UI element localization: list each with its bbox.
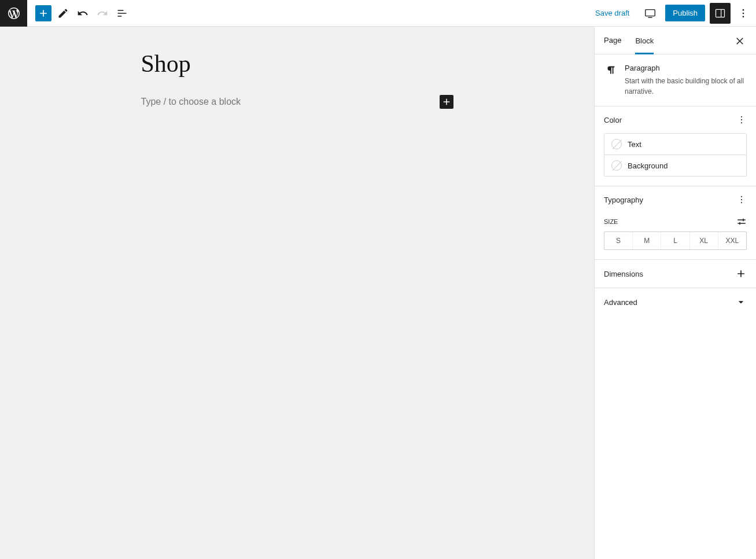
panel-color-title: Color — [604, 116, 622, 124]
size-s[interactable]: S — [604, 232, 632, 249]
paragraph-icon — [604, 64, 617, 97]
toolbar-left — [27, 5, 130, 21]
settings-sidebar-toggle[interactable] — [710, 3, 731, 24]
size-segments: S M L XL XXL — [604, 231, 747, 250]
panel-typography: Typography Size S M L XL XXL — [595, 186, 756, 260]
block-row: Type / to choose a block — [141, 95, 453, 109]
add-block-button[interactable] — [35, 5, 51, 21]
tools-button[interactable] — [55, 5, 71, 21]
redo-button — [94, 5, 110, 21]
panel-typography-title: Typography — [604, 196, 643, 204]
svg-point-7 — [741, 119, 742, 120]
svg-point-3 — [743, 9, 744, 10]
svg-point-5 — [743, 16, 744, 17]
panel-typography-header[interactable]: Typography — [595, 186, 756, 213]
color-background-label: Background — [628, 161, 668, 170]
tab-page[interactable]: Page — [604, 27, 621, 54]
settings-sidebar: Page Block Paragraph Start with the basi… — [594, 27, 756, 559]
svg-point-8 — [741, 122, 742, 123]
block-info-title: Paragraph — [625, 64, 747, 72]
svg-point-6 — [741, 116, 742, 117]
custom-size-icon[interactable] — [736, 216, 747, 227]
size-xxl[interactable]: XXL — [718, 232, 746, 249]
wordpress-logo[interactable] — [0, 0, 27, 27]
tab-block[interactable]: Block — [635, 27, 654, 54]
panel-typography-body: Size S M L XL XXL — [595, 216, 756, 259]
editor-content: Shop Type / to choose a block — [141, 50, 453, 559]
panel-color-header[interactable]: Color — [595, 106, 756, 133]
preview-button[interactable] — [640, 3, 661, 24]
panel-dimensions[interactable]: Dimensions — [595, 260, 756, 288]
text-color-swatch — [611, 139, 622, 149]
panel-advanced[interactable]: Advanced — [595, 288, 756, 316]
page-title[interactable]: Shop — [141, 50, 453, 78]
undo-button[interactable] — [75, 5, 91, 21]
panel-more-icon[interactable] — [736, 194, 747, 205]
svg-rect-1 — [716, 9, 725, 17]
size-label: Size — [604, 218, 618, 225]
block-info: Paragraph Start with the basic building … — [595, 54, 756, 106]
close-sidebar-button[interactable] — [733, 34, 747, 47]
more-options-button[interactable] — [735, 5, 751, 21]
svg-point-10 — [741, 199, 742, 200]
top-toolbar: Save draft Publish — [0, 0, 756, 27]
publish-button[interactable]: Publish — [665, 5, 705, 21]
plus-icon — [735, 268, 747, 280]
panel-color: Color Text Background — [595, 106, 756, 186]
panel-advanced-title: Advanced — [604, 298, 637, 307]
svg-point-9 — [741, 196, 742, 197]
document-overview-button[interactable] — [114, 5, 130, 21]
panel-dimensions-title: Dimensions — [604, 270, 643, 278]
background-color-swatch — [611, 160, 622, 171]
size-label-row: Size — [604, 216, 747, 227]
toolbar-right: Save draft Publish — [589, 3, 756, 24]
color-text-row[interactable]: Text — [604, 133, 747, 155]
inline-add-block-button[interactable] — [440, 95, 453, 109]
block-info-description: Start with the basic building block of a… — [625, 76, 747, 97]
size-l[interactable]: L — [661, 232, 689, 249]
color-text-label: Text — [628, 140, 641, 149]
editor-canvas[interactable]: Shop Type / to choose a block — [0, 27, 594, 559]
block-placeholder[interactable]: Type / to choose a block — [141, 97, 241, 107]
size-m[interactable]: M — [632, 232, 661, 249]
chevron-down-icon — [735, 296, 747, 308]
size-xl[interactable]: XL — [689, 232, 718, 249]
save-draft-button[interactable]: Save draft — [589, 5, 635, 21]
panel-more-icon[interactable] — [736, 115, 747, 125]
svg-point-11 — [741, 202, 742, 203]
svg-rect-0 — [646, 9, 655, 16]
sidebar-tabs: Page Block — [595, 27, 756, 54]
panel-color-body: Text Background — [595, 133, 756, 186]
main-area: Shop Type / to choose a block Page Block… — [0, 27, 756, 559]
color-background-row[interactable]: Background — [604, 155, 747, 176]
svg-point-4 — [743, 12, 744, 14]
